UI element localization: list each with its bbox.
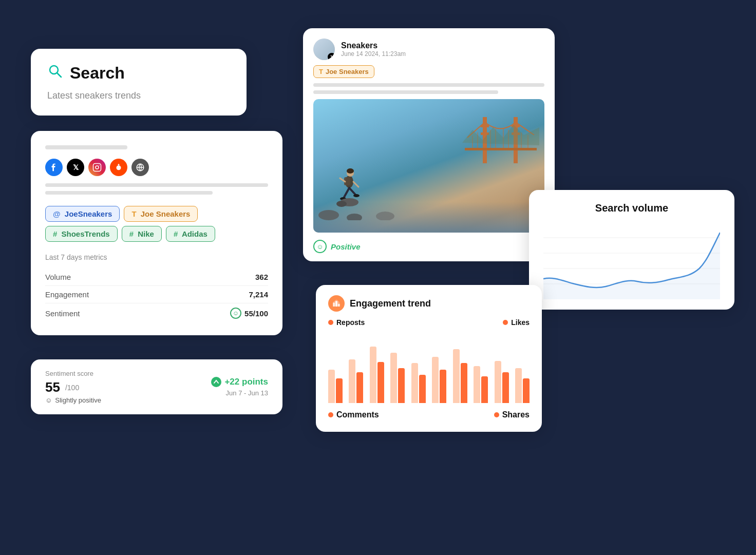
bar-group-8 — [474, 366, 488, 403]
social-icons-row: 𝕏 — [45, 159, 268, 176]
bar-dark — [356, 372, 363, 403]
post-tag-row: T Joe Sneakers — [313, 65, 544, 78]
post-lines — [313, 83, 544, 94]
post-tag-symbol: T — [319, 68, 323, 75]
post-header: 𝕏 Sneakers June 14 2024, 11:23am — [313, 39, 544, 60]
bar-group-9 — [495, 361, 509, 403]
search-title: Search — [70, 64, 125, 83]
sentiment-score-row: 55 /100 — [45, 379, 101, 395]
facebook-icon — [45, 159, 63, 176]
x-twitter-icon: 𝕏 — [67, 159, 84, 176]
svg-point-36 — [318, 210, 339, 220]
bar-light — [328, 370, 335, 403]
bar-group-7 — [453, 349, 467, 403]
sentiment-score-num: 55 — [45, 379, 60, 395]
svg-rect-44 — [335, 301, 337, 307]
bar-dark — [336, 378, 343, 403]
engagement-card: Engagement trend Reposts Likes — [316, 285, 542, 432]
bar-group-5 — [411, 363, 426, 403]
shares-dot — [494, 412, 499, 417]
engagement-header: Engagement trend — [328, 295, 530, 312]
smiley-emoji: ☺ — [45, 396, 52, 404]
post-line-2 — [313, 90, 498, 94]
sentiment-right: +22 points Jun 7 - Jun 13 — [211, 377, 268, 397]
bar-dark — [398, 368, 405, 403]
bar-light — [453, 349, 460, 403]
bar-group-4 — [390, 353, 405, 403]
engagement-icon — [328, 295, 345, 312]
bar-group-6 — [432, 357, 446, 403]
reddit-icon — [110, 159, 127, 176]
reposts-label: Reposts — [336, 318, 365, 327]
comments-label: Comments — [336, 410, 379, 419]
search-card: Search Latest sneakers trends — [31, 49, 247, 116]
metrics-bar-1 — [45, 183, 268, 187]
metrics-top-bar — [45, 145, 127, 149]
bar-light — [515, 368, 522, 403]
metrics-row-engagement: Engagement 7,214 — [45, 286, 268, 303]
sentiment-positive-label: Positive — [331, 242, 361, 251]
svg-point-5 — [117, 165, 121, 170]
volume-value: 362 — [255, 273, 268, 281]
bar-dark — [377, 362, 384, 403]
bar-light — [349, 359, 355, 403]
svg-point-37 — [347, 214, 362, 220]
search-subtitle: Latest sneakers trends — [47, 90, 230, 101]
tag-joe-sneakers-at[interactable]: @ JoeSneakers — [45, 206, 120, 222]
volume-card-title: Search volume — [543, 202, 720, 214]
bar-light — [432, 357, 439, 403]
sentiment-smiley-row: ☺ Slightly positive — [45, 396, 101, 404]
post-tag-joe-sneakers: T Joe Sneakers — [313, 65, 374, 78]
svg-rect-15 — [465, 148, 537, 150]
engagement-value: 7,214 — [249, 290, 268, 299]
legend-shares: Shares — [494, 410, 530, 419]
post-sentiment-row: ☺ Positive — [313, 240, 544, 261]
post-meta: Sneakers June 14 2024, 11:23am — [341, 41, 406, 58]
instagram-icon — [88, 159, 106, 176]
tag-shoestrends[interactable]: # ShoesTrends — [45, 226, 118, 242]
sentiment-score-denom: /100 — [65, 384, 79, 392]
post-date: June 14 2024, 11:23am — [341, 50, 406, 58]
comments-dot — [328, 412, 333, 417]
legend-comments: Comments — [328, 410, 379, 419]
post-card: 𝕏 Sneakers June 14 2024, 11:23am T Joe S… — [303, 28, 555, 261]
sentiment-left: Sentiment score 55 /100 ☺ Slightly posit… — [45, 370, 101, 404]
bridge-svg — [462, 107, 539, 174]
sentiment-value: ☺ 55/100 — [230, 308, 268, 319]
search-icon — [47, 63, 64, 83]
post-username: Sneakers — [341, 41, 406, 50]
web-icon — [131, 159, 149, 176]
x-badge-icon: 𝕏 — [328, 53, 335, 60]
avatar: 𝕏 — [313, 39, 335, 60]
bar-group-10 — [515, 368, 530, 403]
svg-point-3 — [96, 166, 99, 169]
svg-rect-2 — [93, 164, 101, 171]
sentiment-points: +22 points — [211, 377, 268, 387]
metrics-bar-2 — [45, 191, 213, 195]
bar-dark — [502, 372, 509, 403]
smiley-icon: ☺ — [230, 308, 241, 319]
engagement-label: Engagement — [45, 290, 89, 299]
sentiment-positive-icon: ☺ — [313, 240, 327, 253]
svg-rect-45 — [338, 304, 340, 307]
svg-point-4 — [99, 165, 100, 166]
engagement-chart-container: Reposts Likes — [328, 321, 530, 419]
metrics-card: 𝕏 — [31, 131, 282, 335]
bar-dark — [461, 363, 467, 403]
bar-light — [370, 347, 376, 403]
bar-light — [411, 363, 418, 403]
legend-reposts: Reposts — [328, 318, 365, 327]
bottom-legends: Comments Shares — [328, 410, 530, 419]
tag-joe-sneakers-t[interactable]: T Joe Sneakers — [124, 206, 198, 222]
post-tag-text: Joe Sneakers — [326, 68, 369, 75]
svg-point-26 — [347, 168, 354, 174]
bar-group-2 — [349, 359, 363, 403]
svg-rect-43 — [333, 303, 335, 307]
sentiment-label: Sentiment — [45, 309, 80, 318]
tag-nike[interactable]: # Nike — [122, 226, 162, 242]
tags-section: @ JoeSneakers T Joe Sneakers # ShoesTren… — [45, 206, 268, 242]
svg-line-28 — [353, 182, 358, 187]
tag-adidas[interactable]: # Adidas — [166, 226, 215, 242]
arrow-up-icon — [211, 377, 221, 387]
reposts-dot — [328, 320, 333, 325]
